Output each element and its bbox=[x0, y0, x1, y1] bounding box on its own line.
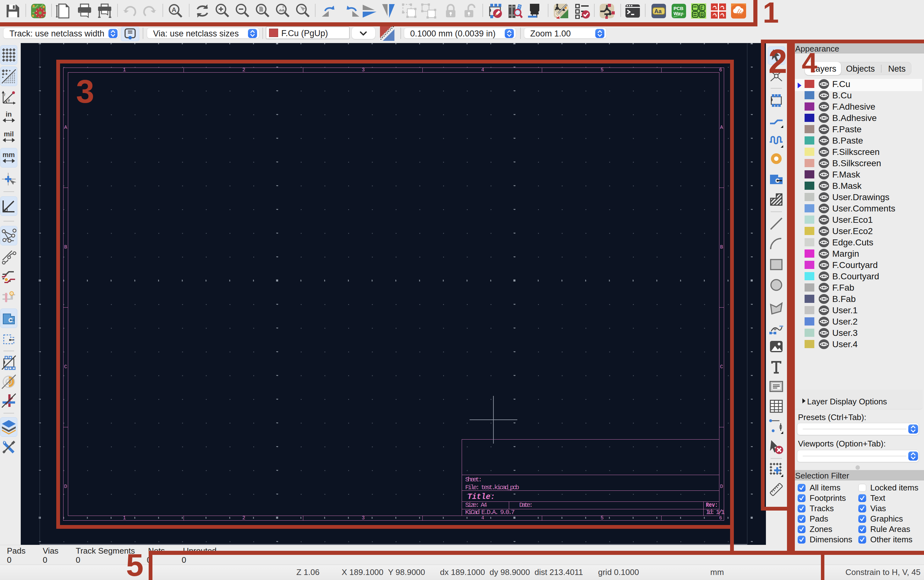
svg-text:D: D bbox=[720, 484, 723, 489]
svg-text:Size: A4: Size: A4 bbox=[465, 501, 487, 509]
svg-text:2: 2 bbox=[242, 67, 246, 73]
svg-text:3: 3 bbox=[362, 67, 365, 73]
svg-text:F: F bbox=[700, 5, 703, 11]
svg-text:4: 4 bbox=[481, 515, 484, 521]
svg-text:Title:: Title: bbox=[467, 492, 495, 501]
svg-text:B: B bbox=[720, 244, 723, 250]
svg-text:1: 1 bbox=[123, 67, 126, 73]
svg-text:r: r bbox=[4, 92, 6, 97]
svg-text:Aa: Aa bbox=[654, 8, 662, 15]
svg-text:5: 5 bbox=[601, 67, 604, 73]
svg-text:A: A bbox=[172, 6, 176, 13]
svg-text:B: B bbox=[64, 244, 67, 250]
svg-text:A: A bbox=[720, 125, 723, 130]
svg-text:3: 3 bbox=[362, 515, 365, 521]
svg-text:PCB: PCB bbox=[673, 6, 683, 11]
svg-text:D: D bbox=[64, 484, 67, 489]
svg-text:Rev:: Rev: bbox=[706, 501, 718, 509]
svg-text:5: 5 bbox=[601, 515, 604, 521]
svg-text:4: 4 bbox=[481, 67, 484, 73]
svg-text:B: B bbox=[700, 12, 704, 18]
svg-text:Date:: Date: bbox=[519, 501, 533, 509]
svg-text:1: 1 bbox=[123, 515, 126, 521]
svg-text:6: 6 bbox=[719, 67, 722, 73]
svg-text:Id: 1/1: Id: 1/1 bbox=[706, 509, 725, 516]
svg-text:6: 6 bbox=[719, 515, 722, 521]
svg-text:mil: mil bbox=[4, 130, 14, 138]
svg-text:A: A bbox=[64, 125, 67, 130]
svg-text:C: C bbox=[720, 364, 723, 370]
svg-text:in: in bbox=[6, 110, 12, 118]
svg-text:2: 2 bbox=[242, 515, 246, 521]
svg-text:θ: θ bbox=[8, 98, 10, 103]
svg-text:KiCad E.D.A. 9.0.7: KiCad E.D.A. 9.0.7 bbox=[465, 509, 515, 516]
svg-text:C: C bbox=[64, 364, 67, 370]
svg-text:Sheet:: Sheet: bbox=[465, 476, 482, 483]
svg-text:mm: mm bbox=[3, 151, 15, 159]
svg-text:File: test.kicad_pcb: File: test.kicad_pcb bbox=[465, 484, 519, 491]
